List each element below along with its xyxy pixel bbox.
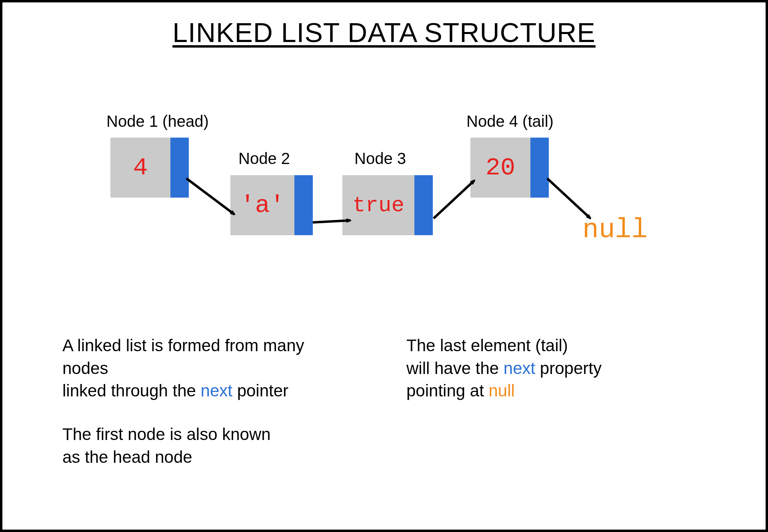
arrow-4-null [547,178,590,218]
diagram-frame: LINKED LIST DATA STRUCTURE Node 1 (head)… [0,0,768,532]
node-4: 20 [470,138,549,198]
node-label-4: Node 4 (tail) [466,112,554,130]
node-4-pointer [530,138,549,198]
node-label-2: Node 2 [238,150,290,168]
arrow-1-2 [186,178,234,214]
arrow-3-4 [434,180,474,218]
keyword-next-left: next [201,381,232,400]
node-2-data: 'a' [230,175,294,235]
node-label-1: Node 1 (head) [106,112,209,130]
keyword-next-right: next [504,359,535,378]
node-2: 'a' [230,175,313,235]
null-terminator: null [582,214,648,245]
diagram-title: LINKED LIST DATA STRUCTURE [2,17,766,48]
node-1: 4 [110,138,189,198]
node-4-data: 20 [470,138,530,198]
desc-right-line3a: pointing at [406,381,489,400]
node-2-pointer [294,175,313,235]
node-3: true [342,175,433,235]
node-label-3: Node 3 [354,150,406,168]
keyword-null-right: null [489,381,515,400]
desc-left-line2a: linked through the [62,381,201,400]
node-1-data: 4 [110,138,170,198]
desc-left-line3: The first node is also known [62,425,271,444]
description-right: The last element (tail) will have the ne… [406,334,602,402]
node-3-data: true [342,175,414,235]
node-1-pointer [170,138,189,198]
desc-left-line2b: pointer [232,381,288,400]
desc-left-line1: A linked list is formed from many nodes [62,336,304,378]
node-3-pointer [414,175,433,235]
desc-right-line2b: property [535,359,602,378]
desc-left-line4: as the head node [62,448,192,466]
desc-right-line1: The last element (tail) [406,336,568,355]
description-left: A linked list is formed from many nodes … [62,334,350,468]
desc-right-line2a: will have the [406,359,504,378]
